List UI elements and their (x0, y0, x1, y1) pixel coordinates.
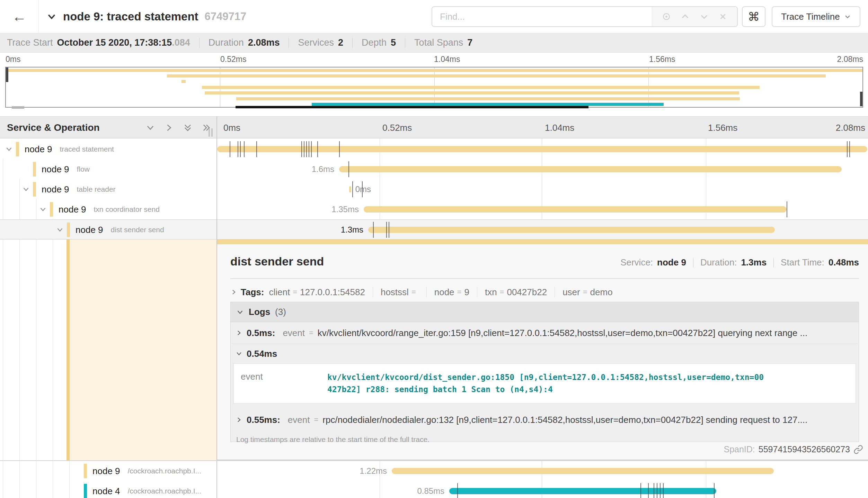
tag-item: hostssl= (381, 287, 419, 298)
indent-guide (36, 199, 36, 498)
span-expander[interactable] (56, 226, 64, 234)
collapse-one-icon[interactable] (145, 123, 155, 133)
span-bar[interactable] (217, 146, 867, 152)
log-tick-mark (714, 483, 715, 498)
chevron-right-icon (230, 289, 237, 296)
trace-title-expander[interactable] (46, 11, 57, 22)
log-tick-mark (654, 483, 654, 498)
log-time: 0.55ms: (247, 415, 280, 425)
span-bar[interactable] (364, 206, 787, 212)
trace-start-ms: .084 (172, 37, 190, 48)
log-tick-mark (648, 483, 649, 498)
clear-find-icon[interactable] (718, 12, 727, 21)
find-input[interactable] (432, 7, 652, 26)
span-row-txn-coordinator-send[interactable]: node 9 txn coordinator send 1.35ms (0, 199, 868, 219)
match-case-icon[interactable] (662, 12, 671, 21)
link-icon[interactable] (853, 445, 863, 454)
service-name: node 9 (25, 144, 52, 155)
log-tick-mark (787, 201, 787, 217)
minimap-scrub-segment[interactable] (12, 106, 24, 109)
expand-one-icon[interactable] (164, 123, 174, 133)
timeline-axis: 0ms 0.52ms 1.04ms 1.56ms 2.08ms (216, 117, 868, 139)
duration-value: 2.08ms (248, 37, 280, 48)
find-next-icon[interactable] (699, 12, 709, 21)
trace-minimap[interactable] (5, 67, 863, 108)
trace-id: 6749717 (205, 10, 247, 23)
logs-toggle[interactable]: Logs (3) (231, 302, 859, 322)
back-arrow-icon: ← (12, 8, 27, 25)
service-name: node 9 (92, 466, 120, 477)
services-label: Services (298, 37, 334, 48)
span-row-dist-sender-send[interactable]: node 9 dist sender send 1.3ms (0, 219, 868, 239)
span-duration-label: 1.6ms (312, 164, 334, 174)
keyboard-shortcuts-button[interactable]: ⌘ (742, 6, 765, 27)
total-spans-label: Total Spans (414, 37, 463, 48)
span-duration-label: 0ms (355, 184, 371, 194)
service-color-strip (16, 142, 19, 156)
log-row-1[interactable]: 0.5ms: event = kv/kvclient/kvcoord/range… (231, 322, 859, 344)
log-tick-mark (352, 181, 353, 197)
log-key: event (288, 415, 310, 425)
operation-name: /cockroach.roachpb.I... (128, 467, 201, 475)
minimap-viewport-bar[interactable] (236, 106, 588, 108)
view-select[interactable]: Trace Timeline (772, 6, 860, 27)
find-box (432, 6, 738, 27)
span-bar[interactable] (339, 166, 842, 172)
service-name: node 9 (59, 204, 86, 215)
minimap-span-bar (205, 91, 739, 94)
chevron-down-icon (39, 206, 47, 213)
span-bar[interactable] (449, 488, 716, 494)
span-row-traced-statement[interactable]: node 9 traced statement (0, 139, 868, 159)
logs-count: (3) (275, 307, 286, 317)
span-id-value: 5597415943526560273 (759, 444, 850, 454)
log-value: kv/kvclient/kvcoord/range_iter.go:159 [n… (318, 328, 807, 338)
span-bar[interactable] (392, 468, 774, 474)
top-header: ← node 9: traced statement 6749717 (0, 0, 868, 33)
log-tick-mark (373, 222, 374, 238)
minimap-left-handle[interactable] (6, 67, 8, 82)
service-color-strip (84, 464, 87, 478)
span-bar[interactable] (349, 186, 351, 192)
service-color-strip (67, 223, 70, 237)
span-row-node9-rpc[interactable]: node 9 /cockroach.roachpb.I... 1.22ms (0, 461, 868, 481)
span-expander[interactable] (39, 206, 47, 213)
log-tick-mark (238, 141, 238, 157)
collapse-all-icon[interactable] (183, 123, 193, 133)
log-tick-mark (362, 181, 363, 197)
service-name: node 9 (42, 164, 69, 175)
log-tick-mark (256, 141, 257, 157)
tags-toggle[interactable]: Tags: client=127.0.0.1:54582 hostssl= no… (230, 284, 613, 300)
service-name: node 4 (92, 486, 120, 497)
selected-span-column (67, 239, 216, 461)
log-tick-mark (304, 141, 304, 157)
span-id-row: SpanID: 5597415943526560273 (724, 444, 863, 454)
span-duration-label: 1.35ms (331, 205, 359, 214)
service-name: node 9 (76, 225, 103, 235)
log-event-detail: event kv/kvclient/kvcoord/dist_sender.go… (233, 363, 856, 404)
axis-tick: 0.52ms (382, 123, 412, 133)
back-button[interactable]: ← (0, 0, 39, 33)
find-prev-icon[interactable] (680, 12, 690, 21)
span-row-node4-rpc[interactable]: node 4 /cockroach.roachpb.I... 0.85ms (0, 481, 868, 498)
logs-label: Logs (249, 307, 270, 317)
log-tick-mark (847, 141, 848, 157)
minimap-span-bar (312, 103, 664, 106)
services-value: 2 (338, 37, 343, 48)
span-row-flow[interactable]: node 9 flow 1.6ms (0, 159, 868, 179)
column-resize-handle[interactable] (209, 128, 213, 137)
span-bar[interactable] (368, 227, 775, 233)
span-row-table-reader[interactable]: node 9 table reader 0ms (0, 179, 868, 199)
span-timeline: 1.35ms (216, 199, 868, 219)
span-expander[interactable] (22, 185, 30, 193)
log-row-2-toggle[interactable]: 0.54ms (231, 344, 859, 363)
log-tick-mark (309, 141, 309, 157)
log-row-3[interactable]: 0.55ms: event = rpc/nodedialer/nodediale… (231, 409, 859, 431)
log-tick-mark (457, 483, 458, 498)
span-expander[interactable] (5, 145, 13, 153)
minimap-right-handle[interactable] (860, 92, 862, 106)
total-spans-value: 7 (467, 37, 472, 48)
log-tick-mark (230, 141, 230, 157)
start-time-label: Start Time: (781, 257, 824, 268)
depth-value: 5 (391, 37, 396, 48)
minimap-tick: 2.08ms (837, 55, 863, 64)
